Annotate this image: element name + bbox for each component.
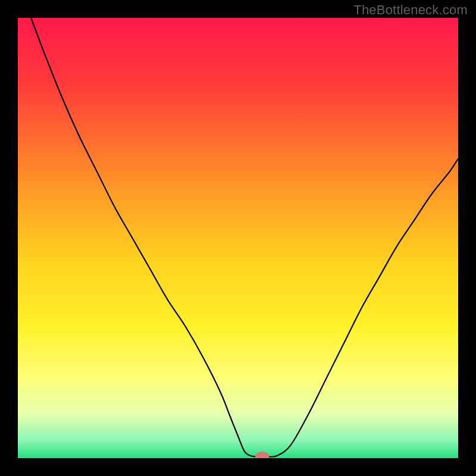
chart-frame: TheBottleneck.com [0,0,476,476]
watermark-text: TheBottleneck.com [353,2,468,18]
chart-svg [18,18,458,458]
chart-background [18,18,458,458]
chart-plot-area [18,18,458,458]
